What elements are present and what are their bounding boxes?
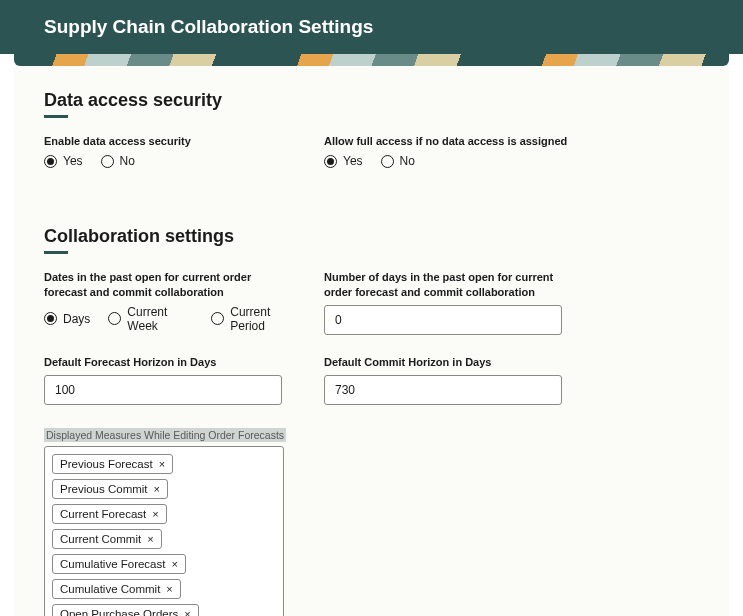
measures-label: Displayed Measures While Editing Order F… xyxy=(44,428,286,442)
measure-tag-label: Current Forecast xyxy=(60,508,146,520)
allow-full-access-radios: Yes No xyxy=(324,154,580,168)
num-days-label: Number of days in the past open for curr… xyxy=(324,270,562,299)
page-title: Supply Chain Collaboration Settings xyxy=(44,16,373,37)
radio-unchecked-icon xyxy=(381,155,394,168)
commit-horizon-input[interactable] xyxy=(324,375,562,405)
allow-yes-radio[interactable]: Yes xyxy=(324,154,363,168)
close-icon[interactable]: × xyxy=(152,483,160,495)
measures-group: Displayed Measures While Editing Order F… xyxy=(44,425,699,616)
radio-checked-icon xyxy=(44,312,57,325)
close-icon[interactable]: × xyxy=(182,608,190,616)
enable-no-radio[interactable]: No xyxy=(101,154,135,168)
radio-label: Yes xyxy=(63,154,83,168)
radio-label: Days xyxy=(63,312,90,326)
measure-tag-label: Previous Forecast xyxy=(60,458,153,470)
allow-full-access-group: Allow full access if no data access is a… xyxy=(324,134,580,168)
radio-checked-icon xyxy=(324,155,337,168)
section-rule xyxy=(44,115,68,118)
radio-label: No xyxy=(120,154,135,168)
measure-tag-label: Previous Commit xyxy=(60,483,148,495)
radio-unchecked-icon xyxy=(108,312,121,325)
commit-horizon-label: Default Commit Horizon in Days xyxy=(324,355,580,369)
measure-tag[interactable]: Previous Commit× xyxy=(52,479,168,499)
page-header: Supply Chain Collaboration Settings xyxy=(0,0,743,54)
forecast-horizon-input[interactable] xyxy=(44,375,282,405)
dates-period-radio[interactable]: Current Period xyxy=(211,305,300,333)
num-days-input[interactable] xyxy=(324,305,562,335)
collab-row-1: Dates in the past open for current order… xyxy=(44,270,699,335)
commit-horizon-group: Default Commit Horizon in Days xyxy=(324,355,580,405)
enable-data-access-label: Enable data access security xyxy=(44,134,300,148)
enable-data-access-radios: Yes No xyxy=(44,154,300,168)
radio-label: Current Week xyxy=(127,305,193,333)
dates-open-label: Dates in the past open for current order… xyxy=(44,270,284,299)
measure-tag[interactable]: Open Purchase Orders× xyxy=(52,604,199,616)
section-title-collaboration: Collaboration settings xyxy=(44,226,699,247)
page-body: Data access security Enable data access … xyxy=(14,66,729,616)
close-icon[interactable]: × xyxy=(145,533,153,545)
radio-unchecked-icon xyxy=(101,155,114,168)
measure-tag[interactable]: Cumulative Commit× xyxy=(52,579,181,599)
decorative-banner xyxy=(14,54,729,66)
section-title-data-access: Data access security xyxy=(44,90,699,111)
close-icon[interactable]: × xyxy=(164,583,172,595)
measure-tag-label: Cumulative Commit xyxy=(60,583,160,595)
forecast-horizon-label: Default Forecast Horizon in Days xyxy=(44,355,300,369)
radio-label: No xyxy=(400,154,415,168)
radio-checked-icon xyxy=(44,155,57,168)
measure-tag-label: Open Purchase Orders xyxy=(60,608,178,616)
radio-label: Current Period xyxy=(230,305,300,333)
dates-week-radio[interactable]: Current Week xyxy=(108,305,193,333)
forecast-horizon-group: Default Forecast Horizon in Days xyxy=(44,355,300,405)
radio-unchecked-icon xyxy=(211,312,224,325)
measure-tag-label: Current Commit xyxy=(60,533,141,545)
measure-tag[interactable]: Cumulative Forecast× xyxy=(52,554,186,574)
measure-tag[interactable]: Previous Forecast× xyxy=(52,454,173,474)
collab-row-2: Default Forecast Horizon in Days Default… xyxy=(44,355,699,405)
measure-tag[interactable]: Current Commit× xyxy=(52,529,162,549)
enable-yes-radio[interactable]: Yes xyxy=(44,154,83,168)
dates-open-group: Dates in the past open for current order… xyxy=(44,270,300,335)
close-icon[interactable]: × xyxy=(150,508,158,520)
section-rule xyxy=(44,251,68,254)
allow-no-radio[interactable]: No xyxy=(381,154,415,168)
data-access-row: Enable data access security Yes No Allow… xyxy=(44,134,699,168)
measure-tag[interactable]: Current Forecast× xyxy=(52,504,167,524)
num-days-group: Number of days in the past open for curr… xyxy=(324,270,580,335)
close-icon[interactable]: × xyxy=(169,558,177,570)
radio-label: Yes xyxy=(343,154,363,168)
close-icon[interactable]: × xyxy=(157,458,165,470)
dates-open-radios: Days Current Week Current Period xyxy=(44,305,300,333)
enable-data-access-group: Enable data access security Yes No xyxy=(44,134,300,168)
measure-tag-label: Cumulative Forecast xyxy=(60,558,165,570)
dates-days-radio[interactable]: Days xyxy=(44,312,90,326)
measures-tagbox[interactable]: Previous Forecast×Previous Commit×Curren… xyxy=(44,446,284,616)
allow-full-access-label: Allow full access if no data access is a… xyxy=(324,134,580,148)
